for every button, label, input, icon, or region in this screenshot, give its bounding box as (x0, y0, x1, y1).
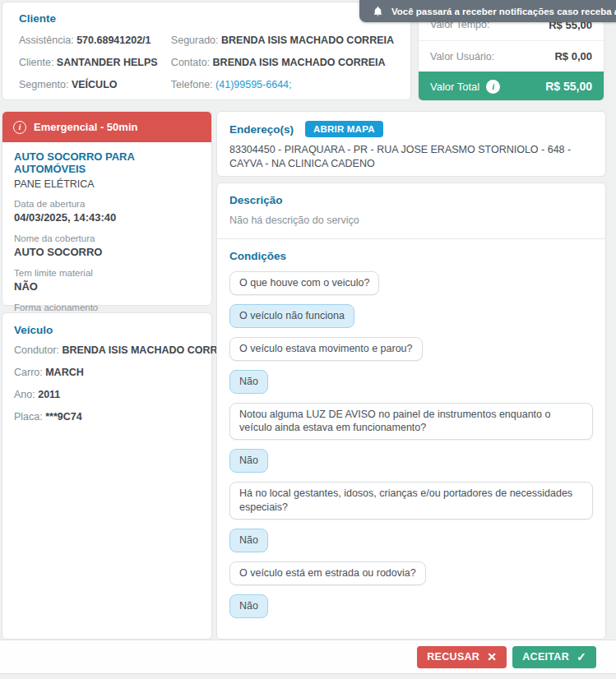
open-map-button[interactable]: ABRIR MAPA (305, 121, 383, 137)
client-field-row: Segurado: BRENDA ISIS MACHADO CORREIA (171, 30, 394, 52)
notification-toast: Você passará a receber notificações caso… (359, 0, 616, 22)
valor-total-amount: R$ 55,00 (545, 80, 592, 93)
x-icon: ✕ (487, 650, 497, 663)
service-card: i Emergencial - 50min AUTO SOCORRO PARA … (2, 111, 212, 306)
vehicle-field-value: 2011 (38, 389, 60, 400)
valor-total-bar: Valor Total i R$ 55,00 (419, 72, 604, 101)
vehicle-card: Veículo Condutor: BRENDA ISIS MACHADO CO… (2, 312, 212, 640)
valor-usuario-amount: R$ 0,00 (554, 50, 592, 62)
condition-question-chip: Há no local gestantes, idosos, crianças … (229, 482, 593, 520)
client-field-label: Cliente: (19, 57, 57, 68)
condition-question-chip: Notou alguma LUZ DE AVISO no painel de i… (229, 403, 593, 441)
vehicle-field-value: ***9C74 (45, 411, 81, 423)
condition-row: O que houve com o veiculo? (229, 271, 593, 295)
conditions-list: O que houve com o veiculo?O veículo não … (229, 271, 593, 618)
accept-button-label: ACEITAR (522, 651, 569, 663)
condition-row: O veículo não funciona (229, 304, 593, 328)
client-card: Cliente Assistência: 570.68941202/1Clien… (2, 2, 411, 100)
info-icon: i (13, 121, 26, 134)
condition-answer-chip: Não (229, 594, 268, 618)
client-field-value: SANTANDER HELPS (57, 57, 158, 68)
vehicle-fields: Condutor: BRENDA ISIS MACHADO CORREIACar… (14, 340, 200, 428)
decline-button-label: RECUSAR (427, 651, 479, 663)
service-field: Tem limite materialNÃO (14, 267, 200, 293)
client-field-row: Cliente: SANTANDER HELPS (19, 52, 171, 74)
description-section: Descrição Não há descrição do serviço (217, 183, 605, 239)
vehicle-field-label: Carro: (14, 367, 45, 378)
condition-row: Não (229, 529, 593, 552)
client-fields-left: Assistência: 570.68941202/1Cliente: SANT… (19, 30, 171, 96)
description-title: Descrição (229, 194, 593, 206)
vehicle-field-label: Condutor: (14, 344, 62, 356)
address-card-title: Endereço(s) (229, 123, 294, 136)
service-details-card: Descrição Não há descrição do serviço Co… (216, 182, 606, 640)
vehicle-field-row: Condutor: BRENDA ISIS MACHADO CORREIA (14, 340, 200, 362)
vehicle-field-value: MARCH (45, 367, 84, 378)
condition-answer-chip: Não (229, 449, 268, 473)
valor-total-label: Valor Total (430, 81, 479, 93)
client-field-label: Telefone: (171, 79, 215, 90)
valor-usuario-label: Valor Usuário: (430, 51, 494, 62)
bell-icon (373, 6, 383, 16)
service-field: Nome da coberturaAUTO SOCORRO (14, 233, 200, 259)
client-field-row: Assistência: 570.68941202/1 (19, 30, 171, 52)
accept-button[interactable]: ACEITAR ✓ (512, 646, 596, 668)
info-icon[interactable]: i (486, 80, 500, 94)
condition-row: Não (229, 594, 593, 618)
service-field-value: AUTO SOCORRO (14, 245, 200, 259)
vehicle-field-label: Ano: (14, 389, 38, 400)
condition-row: Há no local gestantes, idosos, crianças … (229, 482, 593, 520)
client-field-label: Segurado: (171, 35, 221, 46)
vehicle-field-row: Ano: 2011 (14, 384, 200, 406)
vehicle-card-title: Veículo (14, 324, 200, 336)
client-field-value: BRENDA ISIS MACHADO CORREIA (213, 57, 386, 68)
client-field-value: VEÍCULO (72, 79, 118, 90)
client-field-row: Telefone: (41)99595-6644; (171, 74, 394, 96)
client-field-row: Contato: BRENDA ISIS MACHADO CORREIA (171, 52, 394, 74)
condition-row: O veículo estava movimento e parou? (229, 337, 593, 361)
condition-answer-chip: Não (229, 370, 268, 394)
service-field-value: 04/03/2025, 14:43:40 (14, 210, 200, 224)
condition-question-chip: O que houve com o veiculo? (229, 271, 379, 295)
service-field-label: Tem limite material (14, 267, 200, 279)
service-field: Data de abertura04/03/2025, 14:43:40 (14, 198, 200, 224)
vehicle-field-value: BRENDA ISIS MACHADO CORREIA (62, 344, 234, 356)
vehicle-field-row: Placa: ***9C74 (14, 406, 200, 428)
address-text: 83304450 - PIRAQUARA - PR - RUA JOSE ERA… (229, 143, 583, 171)
service-urgency-header: i Emergencial - 50min (2, 112, 211, 142)
condition-answer-chip: Não (229, 529, 268, 552)
condition-question-chip: O veículo estava movimento e parou? (229, 337, 423, 361)
service-field-value: NÃO (14, 279, 200, 293)
toast-message: Você passará a receber notificações caso… (391, 7, 616, 16)
condition-row: Não (229, 370, 593, 394)
condition-row: Notou alguma LUZ DE AVISO no painel de i… (229, 403, 593, 441)
client-field-row: Segmento: VEÍCULO (19, 74, 171, 96)
condition-question-chip: O veículo está em estrada ou rodovia? (229, 561, 426, 585)
vehicle-field-row: Carro: MARCH (14, 362, 200, 384)
condition-answer-chip: O veículo não funciona (229, 304, 354, 328)
phone-link[interactable]: (41)99595-6644; (215, 79, 291, 90)
client-fields-right: Segurado: BRENDA ISIS MACHADO CORREIACon… (171, 30, 394, 96)
client-card-title: Cliente (19, 12, 394, 25)
service-urgency-label: Emergencial - 50min (34, 121, 137, 133)
conditions-title: Condições (229, 250, 593, 262)
decline-button[interactable]: RECUSAR ✕ (417, 646, 507, 668)
conditions-section: Condições O que houve com o veiculo?O ve… (217, 239, 605, 638)
service-type: PANE ELÉTRICA (14, 178, 200, 190)
check-icon: ✓ (577, 650, 586, 663)
service-name: AUTO SOCORRO PARA AUTOMÓVEIS (14, 150, 200, 175)
vehicle-field-label: Placa: (14, 411, 45, 423)
client-field-label: Segmento: (19, 79, 72, 90)
address-card: Endereço(s) ABRIR MAPA 83304450 - PIRAQU… (216, 111, 606, 177)
client-field-value: BRENDA ISIS MACHADO CORREIA (221, 35, 394, 46)
client-field-label: Assistência: (19, 35, 76, 46)
condition-row: Não (229, 449, 593, 473)
valor-usuario-row: Valor Usuário: R$ 0,00 (419, 40, 604, 72)
action-bar: RECUSAR ✕ ACEITAR ✓ (0, 640, 616, 674)
condition-row: O veículo está em estrada ou rodovia? (229, 561, 593, 585)
service-field-label: Data de abertura (14, 198, 200, 210)
client-field-value: 570.68941202/1 (76, 35, 151, 46)
service-field-label: Nome da cobertura (14, 233, 200, 245)
client-field-label: Contato: (171, 57, 213, 68)
description-text: Não há descrição do serviço (229, 215, 593, 226)
